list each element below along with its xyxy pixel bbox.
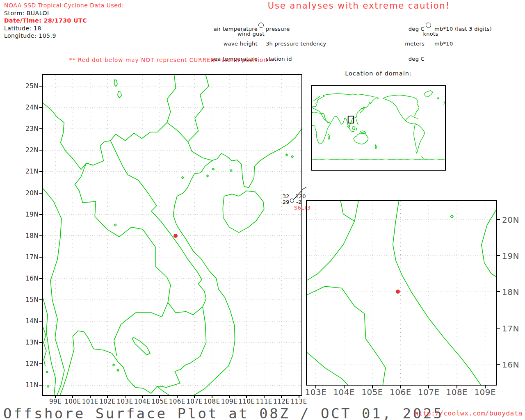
coastline-greenland xyxy=(425,91,433,97)
storm-name-line: Storm: BUALOI xyxy=(4,10,49,16)
main-map-lat-tick xyxy=(39,171,42,172)
main-map-lat-label: 20N xyxy=(21,189,39,197)
station-air-temp-value: 32 xyxy=(281,193,290,199)
river-china-inland-2 xyxy=(188,75,209,142)
storm-latitude-line: Latitude: 18 xyxy=(4,25,41,32)
coastline-eurasia xyxy=(312,94,379,127)
station-legend-right-column: pressure 3h pressure tendency station id xyxy=(266,16,326,72)
inset-map-lat-tick xyxy=(497,255,500,256)
coastline-left-edge xyxy=(43,328,46,366)
station-plot-S6LT3: 32 29 120 -2 S6LT3 xyxy=(281,193,313,214)
main-map-coastlines xyxy=(43,75,301,395)
main-map-lat-label: 12N xyxy=(21,360,39,368)
storm-longitude-line: Longitude: 105.9 xyxy=(4,32,56,39)
offshore-surface-plot-page: NOAA SSD Tropical Cyclone Data Used: Sto… xyxy=(0,0,525,420)
main-map-lat-label: 22N xyxy=(21,146,39,154)
main-map-lat-label: 14N xyxy=(21,317,39,325)
inset-map-lat-tick xyxy=(497,328,500,329)
units-legend-left-column: deg C meters deg C xyxy=(363,16,425,72)
inset-map-lat-label: 16N xyxy=(502,360,525,370)
main-map-gridlines xyxy=(43,75,301,395)
inset-map-lon-label: 108E xyxy=(443,387,471,397)
border-laos-cambodia xyxy=(168,303,203,315)
main-map-lat-tick xyxy=(39,363,42,364)
inset-line-southwest xyxy=(307,352,349,385)
main-map-canvas xyxy=(43,75,301,395)
coastline-new-guinea xyxy=(361,131,366,133)
coastline-philippines-taiwan xyxy=(356,116,358,125)
main-map-lat-tick xyxy=(39,214,42,215)
main-map-lat-label: 19N xyxy=(21,211,39,218)
station-id-value: S6LT3 xyxy=(294,205,310,211)
inset-map-lat-tick xyxy=(497,219,500,220)
station-model-circle-icon xyxy=(258,23,264,28)
inset-map-lat-tick xyxy=(497,291,500,292)
border-thailand-myanmar xyxy=(43,189,64,395)
coastline-hainan-island xyxy=(223,191,264,233)
coastline-antarctica xyxy=(312,156,445,160)
border-china-vietnam xyxy=(110,123,212,161)
main-map-lat-tick xyxy=(39,321,42,322)
inset-map-lat-label: 17N xyxy=(502,324,525,333)
inset-map-lon-label: 109E xyxy=(471,387,500,397)
main-map-lon-label: 113E xyxy=(288,398,310,405)
border-cambodia-vietnam xyxy=(157,307,206,387)
main-map-lat-label: 25N xyxy=(21,82,39,90)
inset-map-gridlines xyxy=(307,201,496,385)
station-tendency-value: -2 xyxy=(296,199,302,205)
legend-wave-height-label: wave height xyxy=(176,41,258,46)
legend-pressure-label: pressure xyxy=(266,27,326,32)
main-map-lat-tick xyxy=(39,128,42,129)
station-circle-icon xyxy=(290,199,294,203)
inset-coastline-vietnam xyxy=(393,201,482,385)
units-air-temp-label: deg C xyxy=(363,27,425,32)
border-mekong-thailand-laos xyxy=(83,201,171,302)
inset-coastline-hainan-west xyxy=(482,209,496,278)
border-thailand-cambodia xyxy=(114,303,168,356)
main-map-lat-label: 24N xyxy=(21,104,39,111)
tc-data-source-line: NOAA SSD Tropical Cyclone Data Used: xyxy=(4,2,124,9)
main-map-lat-label: 16N xyxy=(21,275,39,282)
coastline-madagascar xyxy=(328,134,330,140)
main-map-lat-label: 23N xyxy=(21,125,39,132)
units-tendency-label: mb*10 xyxy=(434,41,492,46)
main-map-lat-label: 17N xyxy=(21,253,39,261)
inset-map-lon-label: 107E xyxy=(414,387,443,397)
main-map-lat-tick xyxy=(39,278,42,279)
main-map-lat-tick xyxy=(39,342,42,343)
coastline-iceland-uk xyxy=(314,96,445,104)
main-map-lat-tick xyxy=(39,299,42,300)
inset-map-lon-label: 104E xyxy=(330,387,358,397)
main-map-lat-label: 15N xyxy=(21,296,39,304)
coastline-china-vietnam xyxy=(173,129,301,395)
main-map-lat-tick xyxy=(39,150,42,151)
main-map-lat-label: 21N xyxy=(21,168,39,175)
main-map-lat-tick xyxy=(39,107,42,108)
inset-small-island xyxy=(450,215,453,218)
coastline-africa xyxy=(312,112,331,144)
inset-map-canvas xyxy=(307,201,496,385)
units-wave-height-label: meters xyxy=(363,41,425,46)
storm-position-dot-main xyxy=(173,234,178,238)
main-map-lat-label: 18N xyxy=(21,232,39,240)
lake-yunnan-1 xyxy=(114,80,117,87)
inset-map-lat-label: 18N xyxy=(502,287,525,297)
main-map-lat-tick xyxy=(39,235,42,236)
lake-tonle-sap xyxy=(132,337,150,355)
inset-border-laos-vietnam xyxy=(307,201,359,281)
plot-title: Offshore Surface Plot at 08Z / OCT 01, 2… xyxy=(3,405,444,420)
main-map-lat-label: 13N xyxy=(21,339,39,346)
inset-border-mekong xyxy=(307,286,386,385)
storm-position-dot-inset xyxy=(396,290,400,294)
coastline-japan xyxy=(360,107,365,113)
main-map-lat-label: 11N xyxy=(21,381,39,389)
world-inset-map xyxy=(311,85,446,171)
lake-yunnan-2 xyxy=(118,91,121,98)
storm-datetime-line: Date/Time: 28/1730 UTC xyxy=(4,17,87,24)
main-map-lat-tick xyxy=(39,257,42,258)
inset-map-lon-label: 105E xyxy=(358,387,387,397)
coastline-north-america xyxy=(383,95,419,121)
units-model-circle-icon xyxy=(426,23,431,28)
station-sea-temp-value: 29 xyxy=(281,199,290,205)
inset-map-lat-label: 20N xyxy=(502,215,525,225)
